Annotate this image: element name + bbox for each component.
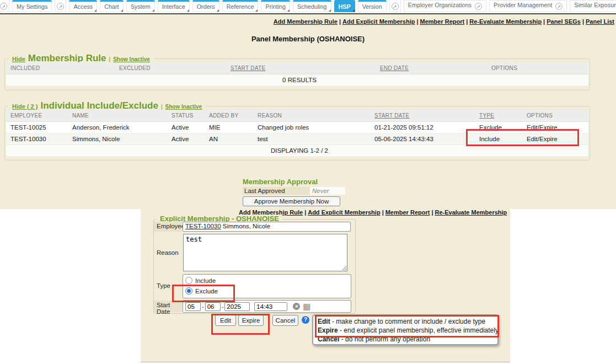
col-added-by: ADDED BY <box>205 110 253 122</box>
menu-corner-icon <box>329 9 331 12</box>
tab-printing[interactable]: Printing <box>261 0 290 12</box>
membership-approval-section: Membership Approval Last Approved Never … <box>243 178 345 206</box>
membership-rule-section: Hide Membership Rule | Show Inactive INC… <box>4 58 590 90</box>
include-radio-option[interactable]: Include <box>185 275 349 286</box>
tab-my-settings[interactable]: My Settings <box>12 0 52 12</box>
approve-membership-now-button[interactable]: Approve Membership Now <box>243 196 340 206</box>
col-excluded: EXCLUDED <box>115 62 226 74</box>
col-type[interactable]: TYPE <box>475 110 522 122</box>
reason-textarea[interactable]: test <box>183 234 347 271</box>
empty-results-row: 0 RESULTS <box>6 74 588 86</box>
link-re-evaluate-membership[interactable]: Re-Evaluate Membership <box>469 18 542 25</box>
cell-added-by: AN <box>205 133 253 145</box>
cell-reason: Changed job roles <box>253 122 370 133</box>
tab-system[interactable]: System <box>126 0 155 12</box>
membership-rule-table: INCLUDED EXCLUDED START DATE END DATE OP… <box>6 62 588 86</box>
external-link-icon[interactable]: ↗ <box>55 0 66 12</box>
membership-approval-title: Membership Approval <box>243 178 345 186</box>
individual-include-exclude-section: Hide ( 2 ) Individual Include/Exclude | … <box>4 106 590 160</box>
start-date-inputs: - - × ▦ <box>183 300 351 313</box>
link-member-report[interactable]: Member Report <box>420 18 465 25</box>
tab-version[interactable]: Version <box>358 0 387 12</box>
col-start-date[interactable]: START DATE <box>226 62 376 74</box>
edit-button[interactable]: Edit <box>215 315 236 326</box>
employee-name: Simmons, Nicole <box>223 223 270 229</box>
menu-corner-icon <box>217 9 219 12</box>
start-date-label: Start Date <box>154 301 182 312</box>
hide-membership-rule-link[interactable]: Hide <box>12 56 25 62</box>
col-included: INCLUDED <box>6 62 115 74</box>
menu-corner-icon <box>255 9 258 12</box>
tab-interface[interactable]: Interface <box>158 0 190 12</box>
type-options: Include Exclude <box>183 274 351 298</box>
col-end-date[interactable]: END DATE <box>376 62 487 74</box>
cell-start-date: 05-06-2025 14:43:43 <box>370 133 475 145</box>
tab-bar: ↗ My Settings ↗ Access Chart System Inte… <box>0 0 616 14</box>
show-inactive-link[interactable]: Show Inactive <box>113 56 150 62</box>
time-input[interactable] <box>254 302 287 311</box>
link-add-explicit-membership[interactable]: Add Explicit Membership <box>308 209 380 216</box>
cancel-button[interactable]: Cancel <box>272 315 298 326</box>
employee-label: Employee <box>154 222 182 232</box>
help-icon[interactable]: ? <box>302 316 309 324</box>
tab-hsp-active[interactable]: HSP <box>334 0 355 12</box>
expire-button[interactable]: Expire <box>238 315 264 326</box>
year-input[interactable] <box>224 302 250 311</box>
col-employee: EMPLOYEE <box>6 110 68 122</box>
cell-reason: test <box>253 133 370 145</box>
table-header-row: EMPLOYEE NAME STATUS ADDED BY REASON STA… <box>6 110 588 122</box>
last-approved-value: Never <box>310 187 345 195</box>
empty-results-text: 0 RESULTS <box>6 74 588 86</box>
col-status: STATUS <box>167 110 205 122</box>
col-start-date[interactable]: START DATE <box>370 110 475 122</box>
link-re-evaluate-membership[interactable]: Re-Evaluate Membership <box>435 209 507 216</box>
cell-added-by: MIE <box>205 122 253 133</box>
clear-date-icon[interactable]: × <box>293 303 300 310</box>
tab-scheduling[interactable]: Scheduling <box>293 0 331 12</box>
tab-provider-management[interactable]: Provider Management↗ <box>489 0 567 12</box>
cell-status: Active <box>167 133 205 145</box>
exclude-radio-option[interactable]: Exclude <box>185 286 349 296</box>
external-link-icon[interactable]: ↗ <box>0 0 9 12</box>
tab-orders[interactable]: Orders <box>192 0 219 12</box>
explicit-membership-form: Explicit Membership - OSHANOISE Employee… <box>153 219 356 314</box>
day-input[interactable] <box>205 302 221 311</box>
menu-corner-icon <box>352 9 355 12</box>
col-options: OPTIONS <box>487 62 588 74</box>
employee-value: TEST-10030 Simmons, Nicole <box>183 222 351 232</box>
page-title: Panel Membership (OSHANOISE) <box>0 35 616 43</box>
tab-reference[interactable]: Reference <box>222 0 259 12</box>
tab-chart[interactable]: Chart <box>100 0 123 12</box>
show-inactive-link[interactable]: Show Inactive <box>165 104 202 110</box>
cell-type: Include <box>475 133 522 145</box>
cell-name: Simmons, Nicole <box>68 133 167 145</box>
paging-text: DISPLAYING 1-2 / 2 <box>6 145 588 157</box>
calendar-icon[interactable]: ▦ <box>303 303 310 311</box>
link-panel-segs[interactable]: Panel SEGs <box>547 18 581 25</box>
type-label: Type <box>154 281 182 292</box>
menu-corner-icon <box>187 9 189 12</box>
edit-expire-link[interactable]: Edit/Expire <box>522 122 588 133</box>
external-link-icon: ↗ <box>555 3 563 10</box>
hide-individual-link[interactable]: Hide ( 2 ) <box>12 103 38 110</box>
table-row: TEST-10025 Anderson, Frederick Active MI… <box>6 122 588 133</box>
cell-employee: TEST-10025 <box>6 122 68 133</box>
external-link-icon[interactable]: ↗ <box>389 0 401 12</box>
button-help-tooltip: Edit - make change to comment or include… <box>312 314 499 345</box>
col-reason: REASON <box>253 110 370 122</box>
cell-employee: TEST-10030 <box>6 133 68 145</box>
link-add-explicit-membership[interactable]: Add Explicit Membership <box>342 18 415 25</box>
link-add-membership-rule[interactable]: Add Membership Rule <box>274 18 338 25</box>
menu-corner-icon <box>287 9 290 12</box>
employee-id-link[interactable]: TEST-10030 <box>185 223 221 229</box>
cell-status: Active <box>167 122 205 133</box>
tab-access[interactable]: Access <box>69 0 97 12</box>
cell-type: Exclude <box>475 122 522 133</box>
month-input[interactable] <box>185 302 201 311</box>
link-member-report[interactable]: Member Report <box>385 209 430 216</box>
link-panel-list[interactable]: Panel List <box>586 18 614 25</box>
edit-expire-link[interactable]: Edit/Expire <box>522 133 588 145</box>
col-name: NAME <box>68 110 167 122</box>
tab-similar-exposure-groups[interactable]: Similar Exposure Groups (SEGs)↗ <box>570 0 616 12</box>
tab-employer-organizations[interactable]: Employer Organizations↗ <box>404 0 486 12</box>
